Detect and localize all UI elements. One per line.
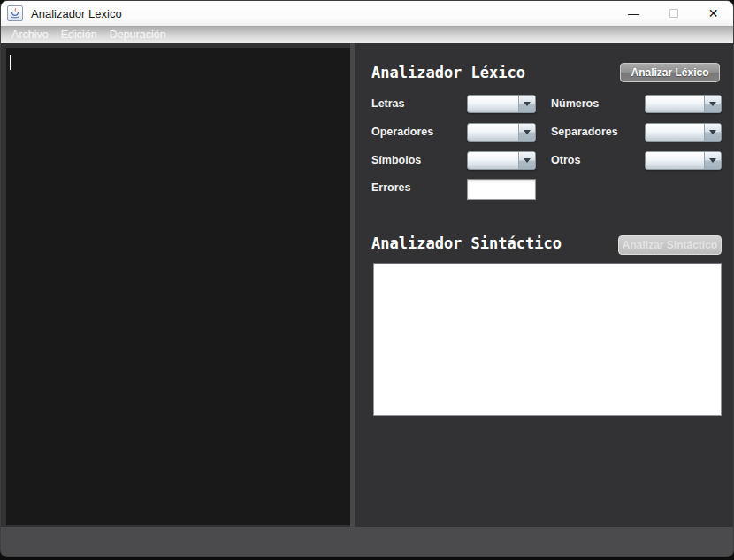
- minimize-button[interactable]: —: [614, 1, 654, 26]
- menu-archivo[interactable]: Archivo: [5, 27, 55, 42]
- chevron-down-icon: [518, 152, 535, 169]
- title-bar: Analizador Lexico — ✕: [1, 1, 733, 26]
- app-window: Analizador Lexico — ✕ Archivo Edición De…: [0, 0, 734, 557]
- source-code-editor[interactable]: [6, 48, 350, 525]
- chevron-down-icon: [704, 96, 721, 112]
- window-controls: — ✕: [614, 1, 733, 26]
- operadores-combobox[interactable]: [467, 123, 536, 142]
- numeros-label: Números: [551, 95, 599, 113]
- analizar-sintactico-button[interactable]: Analizar Sintáctico: [618, 235, 722, 255]
- separadores-combobox[interactable]: [645, 123, 722, 142]
- menu-bar: Archivo Edición Depuración: [1, 26, 733, 43]
- text-caret: [10, 55, 11, 70]
- menu-edicion[interactable]: Edición: [55, 27, 103, 42]
- otros-combobox[interactable]: [645, 151, 722, 170]
- status-bar: [1, 527, 733, 557]
- maximize-icon: [669, 9, 678, 18]
- errores-label: Errores: [371, 179, 410, 197]
- simbolos-combobox[interactable]: [467, 151, 536, 170]
- errores-field[interactable]: [467, 179, 536, 200]
- lexical-section-title: Analizador Léxico: [371, 64, 525, 81]
- separadores-label: Separadores: [551, 123, 618, 142]
- maximize-button[interactable]: [654, 1, 693, 26]
- syntactic-output-area[interactable]: [373, 263, 722, 416]
- close-button[interactable]: ✕: [693, 1, 733, 26]
- letras-combobox[interactable]: [467, 95, 536, 113]
- syntactic-section-title: Analizador Sintáctico: [371, 234, 562, 252]
- chevron-down-icon: [518, 96, 535, 112]
- close-icon: ✕: [708, 7, 719, 19]
- window-title: Analizador Lexico: [31, 7, 122, 20]
- otros-label: Otros: [551, 151, 580, 170]
- minimize-icon: —: [628, 8, 639, 19]
- operadores-label: Operadores: [371, 123, 433, 142]
- letras-label: Letras: [371, 95, 405, 113]
- simbolos-label: Símbolos: [371, 151, 421, 170]
- java-app-icon: [7, 5, 23, 21]
- chevron-down-icon: [518, 124, 535, 141]
- menu-depuracion[interactable]: Depuración: [103, 27, 172, 42]
- main-content: Analizador Léxico Analizar Léxico Letras…: [1, 43, 733, 527]
- analyzer-panel: Analizador Léxico Analizar Léxico Letras…: [355, 43, 734, 527]
- chevron-down-icon: [704, 124, 721, 141]
- analizar-lexico-button[interactable]: Analizar Léxico: [620, 63, 720, 82]
- numeros-combobox[interactable]: [645, 95, 722, 113]
- chevron-down-icon: [704, 152, 721, 169]
